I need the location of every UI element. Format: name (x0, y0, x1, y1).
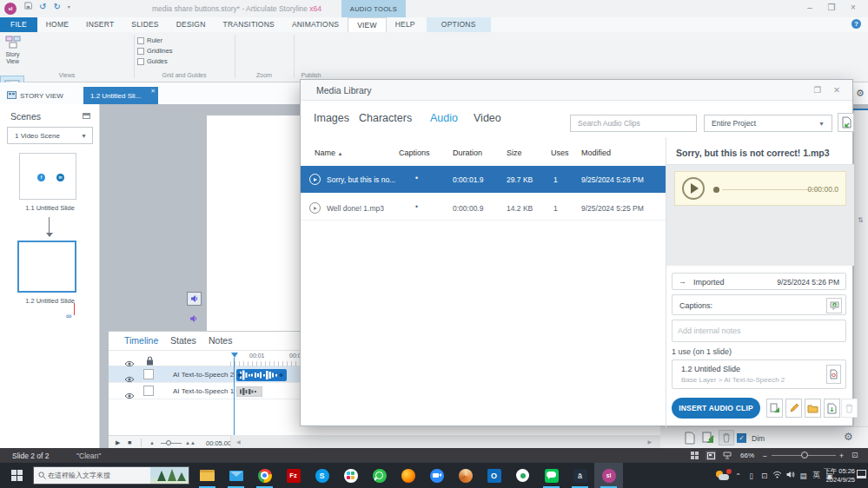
media-tab-images[interactable]: Images (314, 112, 349, 124)
fit-slide-icon[interactable]: ⊡ (851, 451, 858, 459)
zoom-out-timeline-icon[interactable]: ▲ (149, 440, 155, 445)
col-header-modified[interactable]: Modified (581, 148, 611, 157)
tab-home[interactable]: HOME (37, 17, 77, 32)
close-button[interactable]: × (845, 3, 861, 13)
col-header-duration[interactable]: Duration (453, 148, 482, 157)
timeline-zoom-slider[interactable] (161, 443, 182, 444)
scroll-left-icon[interactable]: ◀ (236, 439, 241, 445)
export-clip-button[interactable] (824, 399, 840, 418)
col-header-size[interactable]: Size (507, 148, 522, 157)
tray-tablet-icon[interactable]: ▯ (745, 472, 758, 480)
taskbar-app-slack[interactable] (336, 463, 365, 488)
sort-icon[interactable]: ⇅ (858, 216, 864, 224)
new-layer-button[interactable] (682, 430, 698, 445)
play-clip-icon[interactable] (309, 174, 321, 185)
timeline-scrollbar[interactable]: ◀ ▶ (230, 435, 660, 449)
dialog-close-icon[interactable]: ✕ (833, 85, 840, 95)
preview-mode-icon[interactable] (722, 451, 732, 460)
save-icon[interactable] (24, 2, 32, 11)
duplicate-layer-button[interactable] (700, 430, 716, 445)
collapse-panel-icon[interactable] (83, 113, 90, 119)
tab-states[interactable]: States (170, 335, 196, 346)
delete-layer-button[interactable] (719, 430, 734, 445)
audio-object-2-selected[interactable] (187, 292, 202, 306)
open-folder-button[interactable] (805, 399, 821, 418)
tray-network-icon[interactable] (771, 471, 784, 480)
slide-view-mode-icon[interactable] (706, 451, 716, 460)
eye-icon[interactable] (124, 387, 135, 403)
tab-help[interactable]: HELP (387, 17, 424, 32)
restore-button[interactable]: ❐ (824, 3, 839, 13)
undo-icon[interactable]: ↺ (39, 2, 46, 11)
row-checkbox[interactable] (143, 369, 154, 379)
help-icon[interactable]: ? (851, 19, 861, 29)
tab-view[interactable]: VIEW (348, 17, 387, 32)
start-button[interactable] (0, 463, 33, 488)
tray-volume-icon[interactable] (784, 471, 797, 480)
search-audio-input[interactable] (570, 115, 697, 132)
scene-dropdown[interactable]: 1 Video Scene ▼ (7, 127, 93, 144)
taskbar-app-whatsapp[interactable] (365, 463, 394, 488)
scope-dropdown[interactable]: Entire Project ▼ (704, 115, 832, 132)
tab-design[interactable]: DESIGN (168, 17, 215, 32)
taskbar-app-browser-swirl[interactable] (451, 463, 480, 488)
tab-file[interactable]: FILE (0, 17, 37, 32)
row-checkbox[interactable] (143, 386, 154, 396)
media-tab-video[interactable]: Video (474, 112, 501, 124)
weather-tray-icon[interactable] (714, 469, 732, 483)
timeline-zoom-thumb[interactable] (166, 440, 171, 445)
panel-gear-icon[interactable]: ⚙ (856, 88, 865, 99)
play-clip-icon[interactable] (309, 202, 321, 214)
audio-waveform-selected[interactable] (236, 369, 287, 381)
grid-view-icon[interactable] (689, 451, 699, 460)
tab-timeline[interactable]: Timeline (124, 335, 158, 346)
taskbar-app-mail[interactable] (222, 463, 250, 488)
audio-object-1[interactable] (189, 311, 198, 326)
col-header-name[interactable]: Name ▲ (315, 148, 342, 157)
dialog-restore-icon[interactable]: ❐ (813, 85, 821, 95)
taskbar-app-chrome[interactable] (250, 463, 279, 488)
replace-clip-button[interactable] (766, 399, 783, 418)
tab-animations[interactable]: ANIMATIONS (283, 17, 348, 32)
taskbar-app-filezilla[interactable]: Fz (279, 463, 308, 488)
close-slide-tab-icon[interactable]: ✕ (150, 88, 156, 95)
taskbar-search-input[interactable] (46, 471, 133, 480)
player-progress-track[interactable] (722, 189, 818, 190)
go-to-slide-button[interactable] (826, 365, 841, 384)
dialog-title-bar[interactable]: Media Library ❐ ✕ (301, 80, 852, 101)
audio-waveform[interactable] (236, 386, 262, 397)
taskbar-app-meet[interactable] (508, 463, 537, 488)
tab-story-view[interactable]: STORY VIEW (7, 89, 63, 102)
media-tab-characters[interactable]: Characters (359, 112, 412, 124)
player-play-icon[interactable] (682, 177, 705, 200)
tray-screen-icon[interactable]: ⊡ (758, 472, 771, 480)
qat-customize-icon[interactable]: ▾ (68, 3, 70, 10)
tab-insert[interactable]: INSERT (77, 17, 123, 32)
col-header-captions[interactable]: Captions (399, 148, 430, 157)
zoom-slider-thumb[interactable] (801, 452, 808, 458)
zoom-in-icon[interactable]: + (839, 452, 844, 460)
taskbar-app-zoom[interactable] (422, 463, 451, 488)
tab-notes[interactable]: Notes (209, 335, 232, 346)
audio-row[interactable]: Well done! 1.mp3 • 0:00:00.9 14.2 KB 1 9… (301, 195, 666, 221)
scroll-right-icon[interactable]: ▶ (647, 439, 652, 445)
layers-gear-icon[interactable]: ⚙ (844, 431, 853, 443)
add-captions-button[interactable] (826, 298, 842, 313)
tab-options[interactable]: OPTIONS (427, 17, 491, 32)
search-highlight-image[interactable] (150, 467, 189, 484)
audio-row-selected[interactable]: Sorry, but this is no... • 0:00:01.9 29.… (301, 166, 666, 193)
tray-keyboard-icon[interactable]: ▤ (797, 472, 810, 480)
tray-clock[interactable]: 下午 05:26 2024/9/25 (815, 467, 855, 485)
taskbar-app-firefox[interactable] (394, 463, 422, 488)
import-audio-button[interactable] (838, 113, 854, 132)
tab-transitions[interactable]: TRANSITIONS (215, 17, 283, 32)
internal-notes-input[interactable] (672, 320, 846, 342)
player-scrub-thumb[interactable] (713, 187, 719, 193)
play-icon[interactable]: ▶ (116, 439, 120, 446)
taskbar-app-articulate360[interactable]: ā (566, 463, 594, 488)
zoom-in-timeline-icon[interactable]: ▲▲ (185, 440, 195, 445)
col-header-uses[interactable]: Uses (551, 148, 569, 157)
taskbar-app-outlook[interactable]: O (480, 463, 508, 488)
stop-icon[interactable]: ■ (128, 439, 131, 445)
taskbar-app-skype[interactable]: S (308, 463, 336, 488)
